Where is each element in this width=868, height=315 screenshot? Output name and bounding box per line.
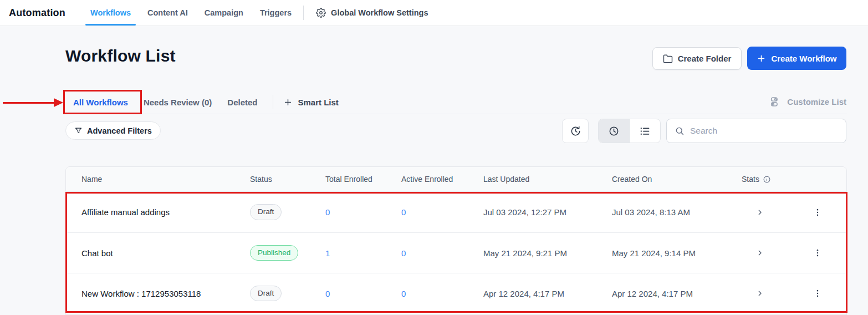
active-enrolled-link[interactable]: 0 (401, 207, 483, 217)
funnel-icon (74, 126, 83, 135)
topbar: Automation Workflows Content AI Campaign… (0, 0, 868, 26)
row-menu-button[interactable] (810, 205, 825, 220)
gear-icon (316, 8, 326, 18)
global-workflow-settings-button[interactable]: Global Workflow Settings (310, 8, 433, 18)
table-row[interactable]: Affiliate manual addings Draft 0 0 Jul 0… (66, 192, 846, 232)
chevron-right-icon (756, 289, 764, 297)
annotation-arrow-head (54, 98, 63, 107)
column-header-total-enrolled: Total Enrolled (325, 175, 401, 184)
column-header-last-updated: Last Updated (483, 175, 612, 184)
expand-stats-button[interactable] (754, 247, 766, 259)
tab-workflows[interactable]: Workflows (82, 0, 139, 26)
tab-campaign[interactable]: Campaign (196, 0, 252, 26)
row-menu-button[interactable] (810, 286, 825, 301)
clock-icon (608, 125, 620, 137)
tab-all-workflows[interactable]: All Workflows (65, 90, 136, 114)
table-row[interactable]: New Workflow : 1712953053118 Draft 0 0 A… (66, 273, 846, 313)
recent-view-toggle[interactable] (599, 119, 629, 143)
active-enrolled-link[interactable]: 0 (401, 289, 483, 298)
active-enrolled-link[interactable]: 0 (401, 248, 483, 258)
section-divider (65, 114, 847, 114)
create-folder-button[interactable]: Create Folder (652, 47, 742, 70)
smart-list-button[interactable]: Smart List (281, 98, 340, 107)
topbar-nav: Workflows Content AI Campaign Triggers (82, 0, 300, 26)
kebab-icon (813, 207, 823, 217)
smart-list-label: Smart List (298, 98, 338, 107)
last-updated: Jul 03 2024, 12:27 PM (483, 207, 612, 217)
total-enrolled-link[interactable]: 1 (325, 248, 401, 258)
chevron-right-icon (756, 249, 764, 257)
customize-columns-icon (770, 96, 782, 108)
search-input[interactable] (690, 126, 838, 136)
create-workflow-button[interactable]: Create Workflow (747, 47, 846, 70)
page-title: Workflow List (65, 47, 176, 65)
column-header-stats: Stats (742, 175, 808, 184)
status-badge: Draft (250, 286, 282, 301)
workflow-name[interactable]: New Workflow : 1712953053118 (81, 289, 250, 298)
row-menu-button[interactable] (810, 246, 825, 260)
tab-content-ai[interactable]: Content AI (139, 0, 196, 26)
list-view-toggle[interactable] (629, 119, 660, 143)
app-title: Automation (9, 7, 65, 19)
plus-icon (283, 98, 293, 107)
column-header-active-enrolled: Active Enrolled (401, 175, 483, 184)
annotation-arrow-line (3, 102, 54, 104)
created-on: Jul 03 2024, 8:13 AM (612, 207, 742, 217)
kebab-icon (813, 288, 823, 298)
tabs-divider (273, 95, 273, 109)
column-header-created-on: Created On (612, 175, 742, 184)
table-header-row: Name Status Total Enrolled Active Enroll… (66, 167, 846, 192)
tab-triggers[interactable]: Triggers (252, 0, 300, 26)
created-on: Apr 12 2024, 4:17 PM (612, 289, 742, 298)
global-settings-label: Global Workflow Settings (331, 8, 428, 17)
create-folder-label: Create Folder (678, 54, 732, 63)
last-updated: May 21 2024, 9:21 PM (483, 248, 612, 258)
workflow-list-tabs: All Workflows Needs Review (0) Deleted S… (65, 90, 341, 114)
folder-icon (663, 54, 673, 64)
status-badge: Draft (250, 204, 282, 220)
search-container (666, 119, 846, 143)
history-clock-icon (570, 125, 581, 137)
column-header-status: Status (250, 175, 325, 184)
advanced-filters-button[interactable]: Advanced Filters (65, 121, 161, 140)
workflow-name[interactable]: Chat bot (81, 248, 250, 258)
total-enrolled-link[interactable]: 0 (325, 207, 401, 217)
customize-list-button[interactable]: Customize List (770, 92, 846, 111)
total-enrolled-link[interactable]: 0 (325, 289, 401, 298)
tab-needs-review[interactable]: Needs Review (0) (136, 90, 219, 114)
customize-list-label: Customize List (787, 97, 846, 106)
created-on: May 21 2024, 9:14 PM (612, 248, 742, 258)
expand-stats-button[interactable] (754, 206, 766, 219)
workflow-name[interactable]: Affiliate manual addings (81, 207, 250, 217)
topbar-divider (303, 6, 304, 20)
column-header-name: Name (81, 175, 250, 184)
list-icon (639, 125, 651, 137)
chevron-right-icon (756, 209, 764, 216)
view-toggle-group (598, 119, 661, 143)
enrollment-history-button[interactable] (562, 119, 589, 143)
stats-header-label: Stats (742, 175, 759, 184)
kebab-icon (813, 248, 823, 258)
advanced-filters-label: Advanced Filters (87, 126, 152, 135)
search-icon (675, 126, 685, 136)
status-badge: Published (250, 245, 298, 261)
tab-deleted[interactable]: Deleted (219, 90, 265, 114)
workflow-table: Name Status Total Enrolled Active Enroll… (65, 166, 847, 315)
expand-stats-button[interactable] (754, 287, 766, 299)
table-row[interactable]: Chat bot Published 1 0 May 21 2024, 9:21… (66, 232, 846, 273)
plus-icon (757, 54, 766, 63)
last-updated: Apr 12 2024, 4:17 PM (483, 289, 612, 298)
create-workflow-label: Create Workflow (771, 54, 836, 63)
info-icon[interactable] (763, 175, 771, 184)
